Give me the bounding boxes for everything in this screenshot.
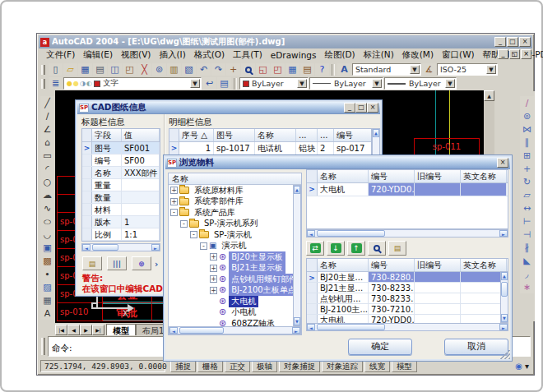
circle-icon[interactable]: ○ [40, 175, 54, 188]
dim-style-icon[interactable]: ∡ [422, 63, 436, 76]
combo-arrow-icon[interactable]: ▼ [486, 65, 496, 74]
row-gutter[interactable] [82, 228, 92, 240]
tree-expander-icon[interactable]: + [170, 187, 178, 194]
cell[interactable]: 比例 [92, 228, 122, 240]
bottom-grid-vscrollbar[interactable]: ▲ ▼ [500, 271, 508, 323]
region-icon[interactable]: ▦ [40, 293, 54, 307]
cell[interactable]: 1:1 [122, 228, 160, 240]
status-toggle-button[interactable]: 极轴 [252, 360, 277, 372]
menu-item[interactable]: 窗口(W) [438, 48, 479, 62]
scroll-right-icon[interactable]: ► [499, 230, 508, 237]
row-gutter[interactable] [307, 293, 318, 303]
tree-vscrollbar[interactable]: ▲ ▼ [293, 185, 301, 326]
cell[interactable]: 编号 [92, 154, 122, 166]
zoom-realtime-icon[interactable] [241, 63, 255, 76]
table-row[interactable]: BJ21主显...730-8233... [307, 283, 508, 293]
minimize-button[interactable]: _ [344, 103, 355, 113]
array-icon[interactable]: ⊞ [520, 149, 534, 162]
table-row[interactable]: >大电机720-YDD0... [307, 183, 508, 196]
cell[interactable] [122, 204, 160, 215]
status-toggle-button[interactable]: 栅格 [197, 360, 223, 372]
status-toggle-button[interactable]: 正交 [225, 360, 250, 372]
cell[interactable]: 1 [179, 142, 214, 154]
combo-arrow-icon[interactable]: ▼ [372, 79, 382, 88]
row-gutter[interactable] [307, 304, 318, 314]
barcode-icon[interactable]: ||| [107, 256, 127, 270]
tree-expander-icon[interactable]: - [190, 231, 197, 238]
linetype-combo[interactable]: ByLayer ▼ [309, 77, 383, 90]
detail-form-icon[interactable]: ▤ [388, 241, 406, 256]
download-icon[interactable]: ↓ [327, 241, 345, 256]
tree-column-header[interactable]: 名称 [169, 173, 301, 185]
column-header[interactable]: ... [296, 129, 318, 141]
column-header[interactable]: 名称 [255, 129, 296, 141]
tab-scroll-icon[interactable]: ▶ [80, 325, 92, 335]
cell[interactable]: 730-8233... [369, 283, 415, 293]
revcloud-icon[interactable]: ☁ [40, 188, 54, 201]
scroll-right-icon[interactable]: ► [151, 244, 160, 251]
row-gutter[interactable] [307, 283, 318, 293]
ok-button[interactable]: 确定 [348, 339, 412, 355]
layout-tab[interactable]: 模型 [106, 324, 136, 335]
form-icon[interactable]: ▤ [82, 256, 102, 270]
scroll-thumb[interactable] [317, 324, 385, 330]
cad-info-titlebar[interactable]: SP CAD图纸信息 _ □ × [77, 102, 380, 114]
row-gutter[interactable]: > [307, 272, 318, 282]
combo-arrow-icon[interactable]: ▼ [410, 65, 420, 74]
cell[interactable] [415, 283, 461, 293]
dim-style-combo[interactable]: ISO-25 ▼ [437, 63, 498, 76]
table-row[interactable]: >1sp-1017电话机铝块2sp-017 [169, 142, 371, 155]
column-header[interactable]: 编号 [334, 129, 372, 141]
cell[interactable]: 重量 [92, 179, 122, 191]
menu-item[interactable]: 视图(V) [117, 48, 155, 62]
table-row[interactable]: >BJ20主显...730-8280... [307, 272, 508, 283]
table-row[interactable]: 版本1 [82, 216, 160, 228]
tree-item[interactable]: -SP-演示机 [169, 229, 293, 241]
make-block-icon[interactable]: ▩ [40, 254, 54, 267]
cell[interactable]: BJ21主显... [318, 283, 369, 293]
column-header[interactable]: 英文名称 [461, 259, 507, 271]
menu-item[interactable]: 绘图(D) [320, 48, 359, 62]
layer-previous-icon[interactable]: ↩ [202, 77, 216, 90]
status-toggle-button[interactable]: 对象捕捉 [279, 360, 320, 372]
text-style-icon[interactable]: A [337, 63, 351, 76]
cell[interactable]: 730-8280... [369, 272, 415, 282]
tree-item[interactable]: +系统原材料库 [169, 185, 293, 196]
table-row[interactable]: 编号SF00 [82, 154, 160, 167]
top-grid-hscrollbar[interactable]: ◄ ► [306, 229, 508, 238]
explode-icon[interactable]: ∗ [520, 280, 534, 293]
mdi-minimize-button[interactable]: _ [498, 49, 508, 59]
copy-icon[interactable]: ⊚ [152, 63, 166, 76]
scroll-down-icon[interactable]: ▼ [294, 317, 300, 325]
tree-expander-icon[interactable]: - [170, 209, 178, 216]
cell[interactable] [122, 179, 160, 191]
scroll-up-icon[interactable]: ▲ [501, 272, 508, 280]
menu-item[interactable]: eDrawings [267, 49, 321, 61]
cell[interactable] [461, 183, 507, 196]
trim-icon[interactable]: ⊢ [520, 214, 534, 228]
color-combo[interactable]: ByLayer ▼ [239, 77, 309, 90]
column-header[interactable]: 字段 [92, 129, 122, 141]
undo-icon[interactable]: ↶ [197, 63, 211, 76]
scale-icon[interactable]: ▱ [520, 188, 534, 201]
upload-icon[interactable]: ↑ [347, 241, 365, 256]
status-toggle-button[interactable]: 模型 [392, 360, 417, 372]
tree-expander-icon[interactable]: - [200, 242, 207, 250]
properties-icon[interactable]: ▤ [300, 63, 314, 76]
ellipse-arc-icon[interactable]: ◡ [40, 228, 54, 241]
browse-dialog-titlebar[interactable]: SP 浏览物料 × [165, 157, 510, 169]
table-row[interactable]: 重量 [82, 179, 160, 191]
table-row[interactable]: 比例1:1 [82, 228, 160, 241]
tree-item[interactable]: ⊛大电机 [169, 296, 293, 307]
row-gutter[interactable]: > [169, 142, 179, 154]
cell[interactable]: 材料 [92, 204, 122, 215]
cancel-button[interactable]: 取消 [444, 339, 508, 355]
row-gutter[interactable] [82, 191, 92, 203]
cell[interactable]: 电话机 [255, 142, 296, 154]
row-gutter[interactable]: > [82, 142, 92, 154]
cell[interactable] [415, 293, 461, 303]
cell[interactable]: 点钞机用... [318, 293, 369, 303]
status-menu-icon[interactable]: ▾ [525, 362, 529, 371]
spline-icon[interactable]: ∿ [40, 201, 54, 214]
maximize-button[interactable]: □ [355, 103, 367, 113]
